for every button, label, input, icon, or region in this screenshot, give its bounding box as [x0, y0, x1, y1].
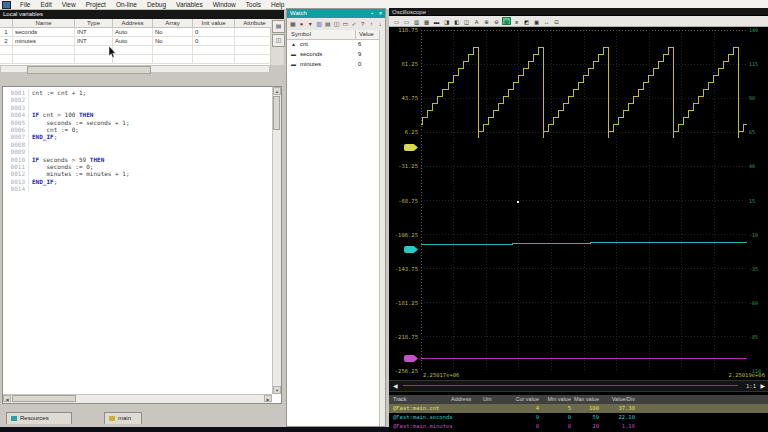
- column-address[interactable]: Address: [113, 19, 153, 28]
- edit-cell-icon[interactable]: ◫: [272, 34, 285, 47]
- empty-cell[interactable]: [113, 55, 153, 64]
- code-line[interactable]: 0009: [3, 148, 272, 155]
- close-icon[interactable]: ✕: [377, 10, 384, 17]
- snapshot-icon[interactable]: ⊡: [552, 17, 561, 25]
- cnt-zero-marker[interactable]: [404, 144, 418, 151]
- menu-help[interactable]: Help: [266, 1, 289, 8]
- scroll-down-icon[interactable]: ▼: [273, 386, 281, 394]
- track-row[interactable]: @Fast:main.cnt4510037.38: [389, 404, 768, 413]
- dropdown-icon[interactable]: ▾: [306, 20, 314, 29]
- column-min-value[interactable]: Min value: [541, 395, 571, 404]
- column-um[interactable]: Um: [483, 395, 492, 404]
- scope-time-scrollbar[interactable]: ◀ 1:1 ▶: [389, 380, 768, 392]
- variable-array-cell[interactable]: No: [153, 28, 193, 37]
- local-variables-grid[interactable]: NameTypeAddressArrayInit valueAttribute1…: [0, 19, 270, 65]
- grid-view-icon[interactable]: ▤: [272, 20, 285, 33]
- auto-scale-icon[interactable]: A: [472, 17, 481, 25]
- watch-row[interactable]: ▲cnt6: [287, 39, 380, 49]
- code-line[interactable]: 0006 cnt := 0;: [3, 126, 272, 133]
- menu-debug[interactable]: Debug: [142, 1, 171, 8]
- run-monitor-icon[interactable]: ▦: [502, 17, 511, 25]
- track-row[interactable]: @Fast:main.seconds905922.10: [389, 413, 768, 422]
- menu-edit[interactable]: Edit: [35, 1, 56, 8]
- code-line[interactable]: 0001cnt := cnt + 1;: [3, 89, 272, 96]
- empty-cell[interactable]: [235, 46, 275, 55]
- scroll-left-icon[interactable]: ◀: [3, 395, 11, 402]
- pan-icon[interactable]: ↔: [542, 17, 551, 25]
- st-code-editor[interactable]: 0001cnt := cnt + 1;000200030004IF cnt > …: [2, 86, 282, 404]
- variable-name-cell[interactable]: seconds: [13, 28, 75, 37]
- variable-init-cell[interactable]: 0: [193, 28, 235, 37]
- menu-tools[interactable]: Tools: [241, 1, 266, 8]
- column-address[interactable]: Address: [451, 395, 471, 404]
- code-line[interactable]: 0013END_IF;: [3, 178, 272, 185]
- cursor-tool-icon[interactable]: ▬: [432, 17, 441, 25]
- editor-horizontal-scrollbar[interactable]: ◀ ▶: [3, 394, 272, 403]
- empty-cell[interactable]: [193, 55, 235, 64]
- stop-monitor-icon[interactable]: ●: [298, 20, 306, 29]
- column-name[interactable]: Name: [13, 19, 75, 28]
- menu-file[interactable]: File: [15, 1, 35, 8]
- column-array[interactable]: Array: [153, 19, 193, 28]
- zoom-out-icon[interactable]: ⊖: [492, 17, 501, 25]
- apply-icon[interactable]: ✓: [350, 20, 358, 29]
- minutes-zero-marker[interactable]: [404, 355, 418, 362]
- empty-cell[interactable]: [153, 55, 193, 64]
- watch-scrollbar[interactable]: [379, 30, 385, 426]
- code-line[interactable]: 0004IF cnt > 100 THEN: [3, 111, 272, 118]
- help-icon[interactable]: ?: [359, 20, 367, 29]
- variable-type-cell[interactable]: INT: [75, 37, 113, 46]
- empty-cell[interactable]: [75, 55, 113, 64]
- channels-icon[interactable]: ▣: [532, 17, 541, 25]
- column-max-value[interactable]: Max value: [573, 395, 599, 404]
- new-trace-icon[interactable]: ▭: [392, 17, 401, 25]
- watch-grid-icon[interactable]: ▦: [289, 20, 297, 29]
- watch-row[interactable]: ▬seconds9: [287, 49, 380, 59]
- scrollbar-thumb[interactable]: [27, 66, 151, 74]
- open-trace-icon[interactable]: ▭: [402, 17, 411, 25]
- code-lines[interactable]: 0001cnt := cnt + 1;000200030004IF cnt > …: [3, 89, 272, 394]
- zoom-x-icon[interactable]: ◨: [442, 17, 451, 25]
- tab-main[interactable]: main: [104, 412, 142, 424]
- menu-project[interactable]: Project: [81, 1, 111, 8]
- list-icon[interactable]: ≡: [512, 17, 521, 25]
- empty-cell[interactable]: [0, 46, 13, 55]
- save-trace-icon[interactable]: ▥: [412, 17, 421, 25]
- column-cur-value[interactable]: Cur value: [507, 395, 539, 404]
- variable-name-cell[interactable]: minutes: [13, 37, 75, 46]
- insert-variable-icon[interactable]: ▥: [315, 20, 323, 29]
- empty-cell[interactable]: [113, 46, 153, 55]
- zoom-in-icon[interactable]: ⊕: [482, 17, 491, 25]
- scrollbar-thumb[interactable]: [12, 395, 76, 402]
- column-value-div[interactable]: Value/Div: [601, 395, 635, 404]
- scroll-up-icon[interactable]: ▲: [273, 87, 281, 95]
- menu-view[interactable]: View: [57, 1, 81, 8]
- variable-attr-cell[interactable]: [235, 37, 275, 46]
- code-line[interactable]: 0010IF seconds > 59 THEN: [3, 156, 272, 163]
- menu-online[interactable]: On-line: [111, 1, 142, 8]
- seconds-zero-marker[interactable]: [404, 246, 418, 253]
- move-up-icon[interactable]: ↑: [368, 20, 376, 29]
- columns-icon[interactable]: ◫: [333, 20, 341, 29]
- tab-resources[interactable]: Resources: [6, 412, 72, 424]
- code-line[interactable]: 0002: [3, 96, 272, 103]
- layout-icon[interactable]: ▤: [324, 20, 332, 29]
- variable-attr-cell[interactable]: [235, 28, 275, 37]
- scope-canvas[interactable]: [421, 30, 747, 371]
- editor-vertical-scrollbar[interactable]: ▲ ▼: [272, 87, 281, 394]
- code-line[interactable]: 0012 minutes := minutes + 1;: [3, 170, 272, 177]
- code-line[interactable]: 0014: [3, 185, 272, 192]
- zoom-y-icon[interactable]: ◧: [452, 17, 461, 25]
- variable-address-cell[interactable]: Auto: [113, 28, 153, 37]
- empty-cell[interactable]: [0, 55, 13, 64]
- empty-cell[interactable]: [13, 46, 75, 55]
- scroll-right-icon[interactable]: ▶: [760, 382, 765, 390]
- grid-settings-icon[interactable]: ▦: [422, 17, 431, 25]
- scroll-right-icon[interactable]: ▶: [264, 395, 272, 402]
- column-type[interactable]: Type: [75, 19, 113, 28]
- menu-variables[interactable]: Variables: [171, 1, 208, 8]
- variable-init-cell[interactable]: 0: [193, 37, 235, 46]
- code-line[interactable]: 0011 seconds := 0;: [3, 163, 272, 170]
- empty-cell[interactable]: [235, 55, 275, 64]
- empty-cell[interactable]: [13, 55, 75, 64]
